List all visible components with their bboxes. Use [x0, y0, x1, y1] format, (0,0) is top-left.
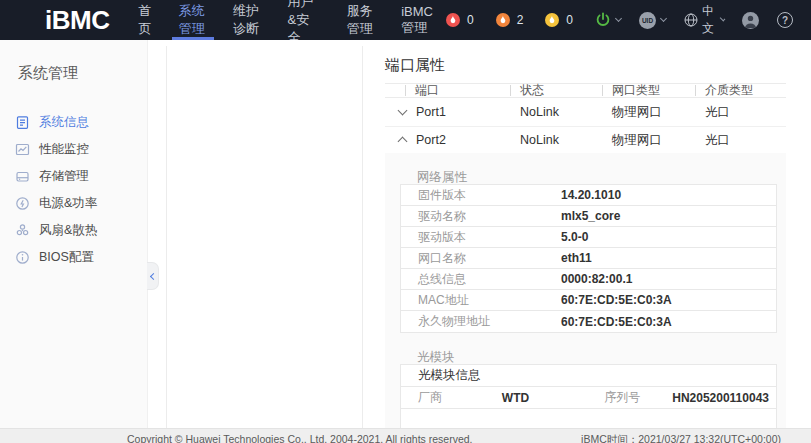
chevron-down-icon[interactable]	[398, 105, 408, 115]
ibmc-time: iBMC时间： 2021/03/27 13:32(UTC+00:00)	[581, 433, 781, 443]
sidebar-item-fan[interactable]: 风扇&散热	[0, 217, 147, 244]
sidebar-item-bios[interactable]: BIOS配置	[0, 244, 147, 271]
section-title: 端口属性	[385, 56, 786, 74]
user-menu[interactable]	[742, 12, 759, 29]
uid-dropdown[interactable]: UID	[639, 12, 666, 29]
alarm-critical[interactable]: 0	[446, 13, 474, 27]
table-row-port1[interactable]: Port1 NoLink 物理网口 光口	[385, 98, 786, 127]
col-header-port: 端口	[415, 82, 439, 99]
ibmc-time-label: iBMC时间：	[581, 433, 638, 443]
network-props-table: 固件版本14.20.1010 驱动名称mlx5_core 驱动版本5.0-0 网…	[400, 184, 777, 333]
sidebar-item-storage[interactable]: 存储管理	[0, 163, 147, 190]
help-button[interactable]: ?	[777, 12, 793, 28]
content-divider-line	[362, 46, 363, 428]
page-body: 系统管理 系统信息 性能监控	[0, 40, 811, 428]
flame-icon	[446, 13, 460, 27]
bios-icon	[15, 250, 30, 265]
port-status: NoLink	[510, 133, 602, 147]
port-media-type: 光口	[695, 104, 786, 121]
nav-item-home[interactable]: 首页	[125, 0, 165, 40]
sidebar-collapse-button[interactable]	[147, 262, 159, 290]
sidebar-item-label: 系统信息	[39, 114, 89, 131]
sidebar-title: 系统管理	[18, 64, 147, 83]
col-header-media-type: 介质类型	[705, 82, 753, 99]
sidebar-item-power[interactable]: 电源&功率	[0, 190, 147, 217]
serial-label: 序列号	[604, 389, 672, 406]
top-header: iBMC 首页 系统管理 维护诊断 用户&安全 服务管理 iBMC管理 0 2 …	[0, 0, 811, 40]
uid-indicator-icon: UID	[639, 12, 656, 29]
nav-item-ibmc-mgmt[interactable]: iBMC管理	[388, 0, 446, 40]
table-row: 驱动名称mlx5_core	[401, 206, 776, 227]
column-separator	[510, 85, 511, 96]
help-icon: ?	[777, 12, 793, 28]
fan-icon	[15, 223, 30, 238]
alarm-critical-count: 0	[467, 13, 474, 27]
column-separator	[405, 85, 406, 96]
optical-module-table: 光模块信息 厂商 WTD 序列号 HN205200110043	[400, 364, 777, 428]
alarm-major-count: 2	[517, 13, 524, 27]
performance-icon	[15, 142, 30, 157]
sidebar-item-system-info[interactable]: 系统信息	[0, 109, 147, 136]
optical-info-header: 光模块信息	[401, 365, 776, 387]
network-props-title: 网络属性	[417, 153, 777, 184]
chevron-left-icon	[150, 272, 157, 279]
language-label: 中文	[702, 3, 716, 37]
sidebar-item-label: 电源&功率	[39, 195, 97, 212]
vendor-value: WTD	[502, 391, 604, 405]
col-header-status: 状态	[520, 82, 544, 99]
nav-item-maintenance[interactable]: 维护诊断	[220, 0, 274, 40]
table-row: 总线信息0000:82:00.1	[401, 269, 776, 290]
globe-icon	[684, 13, 698, 27]
storage-icon	[15, 169, 30, 184]
main-nav: 首页 系统管理 维护诊断 用户&安全 服务管理 iBMC管理	[125, 0, 446, 40]
port-properties-panel: 端口属性 端口 状态 网口类型 介质类型 Port1 NoLink 物理网口 光…	[385, 40, 786, 428]
sidebar-menu: 系统信息 性能监控 存储管理	[0, 109, 147, 271]
table-row-port2[interactable]: Port2 NoLink 物理网口 光口	[385, 127, 786, 153]
ibmc-logo: iBMC	[45, 0, 109, 40]
language-dropdown[interactable]: 中文	[684, 3, 724, 37]
port-table-header: 端口 状态 网口类型 介质类型	[385, 83, 786, 98]
port-status: NoLink	[510, 105, 602, 119]
sidebar-item-performance[interactable]: 性能监控	[0, 136, 147, 163]
sidebar: 系统管理 系统信息 性能监控	[0, 40, 148, 428]
user-avatar-icon	[742, 12, 759, 29]
port-name: Port1	[416, 105, 446, 119]
footer: Copyright © Huawei Technologies Co., Ltd…	[0, 428, 811, 443]
copyright-text: Copyright © Huawei Technologies Co., Ltd…	[127, 433, 473, 443]
header-right-cluster: 0 2 0 UID	[446, 3, 793, 37]
vendor-label: 厂商	[401, 389, 502, 406]
optical-module-title: 光模块	[417, 333, 777, 364]
alarm-major[interactable]: 2	[496, 13, 524, 27]
sidebar-item-label: 性能监控	[39, 141, 89, 158]
content-divider-line	[166, 46, 167, 428]
chevron-down-icon	[719, 16, 725, 22]
power-icon	[595, 12, 611, 28]
flame-icon	[496, 13, 510, 27]
port2-expanded-detail: 网络属性 固件版本14.20.1010 驱动名称mlx5_core 驱动版本5.…	[385, 153, 786, 428]
chevron-up-icon[interactable]	[398, 137, 408, 147]
port-net-type: 物理网口	[602, 132, 695, 149]
table-row: 驱动版本5.0-0	[401, 227, 776, 248]
power-icon	[15, 196, 30, 211]
sidebar-item-label: 风扇&散热	[39, 222, 97, 239]
system-info-icon	[15, 115, 30, 130]
port-name: Port2	[416, 133, 446, 147]
table-row: 厂商 WTD 序列号 HN205200110043	[401, 387, 776, 409]
nav-item-user-security[interactable]: 用户&安全	[275, 0, 334, 40]
power-control-dropdown[interactable]	[595, 12, 621, 28]
port-net-type: 物理网口	[602, 104, 695, 121]
chevron-down-icon	[615, 15, 622, 22]
sidebar-item-label: BIOS配置	[39, 249, 94, 266]
column-separator	[602, 85, 603, 96]
table-row: MAC地址60:7E:CD:5E:C0:3A	[401, 290, 776, 311]
col-header-net-type: 网口类型	[612, 82, 660, 99]
alarm-minor[interactable]: 0	[545, 13, 573, 27]
table-row: 网口名称eth11	[401, 248, 776, 269]
nav-item-system[interactable]: 系统管理	[166, 0, 220, 40]
flame-icon	[545, 13, 559, 27]
nav-item-services[interactable]: 服务管理	[334, 0, 388, 40]
content-area: 端口属性 端口 状态 网口类型 介质类型 Port1 NoLink 物理网口 光…	[148, 40, 811, 428]
chevron-down-icon	[660, 15, 667, 22]
column-separator	[695, 85, 696, 96]
serial-value: HN205200110043	[672, 391, 776, 405]
